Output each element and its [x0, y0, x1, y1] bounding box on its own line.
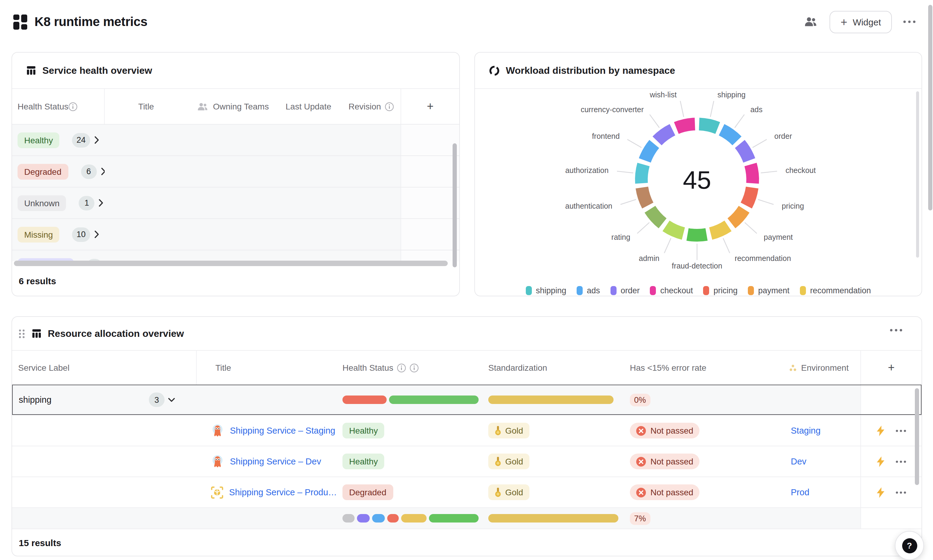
donut-label-ads: ads	[750, 105, 762, 114]
donut-segment-currency-converter[interactable]	[657, 130, 673, 141]
service-health-panel: Service health overview Health StatusTit…	[11, 52, 460, 296]
donut-segment-pricing[interactable]	[746, 188, 752, 206]
health-table-header: Health StatusTitleOwning TeamsLast Updat…	[12, 89, 459, 124]
service-title-link[interactable]: Shipping Service – Dev	[230, 457, 321, 466]
health-group-row-suspended[interactable]: Suspended1	[12, 250, 459, 261]
donut-segment-wish-list[interactable]	[676, 124, 695, 128]
label-leader-line	[753, 139, 767, 148]
info-icon[interactable]	[68, 102, 77, 111]
label-leader-line	[617, 171, 633, 173]
status-badge: Healthy	[17, 132, 60, 148]
donut-label-shipping: shipping	[717, 91, 745, 99]
legend-item-recommendation[interactable]: recommendation	[800, 286, 871, 295]
lightning-icon[interactable]	[876, 456, 885, 467]
health-group-row-missing[interactable]: Missing10	[12, 218, 459, 250]
legend-item-payment[interactable]: payment	[748, 286, 790, 295]
squid-emoji-icon	[211, 424, 225, 437]
count-badge: 1	[79, 195, 95, 210]
label-leader-line	[761, 171, 777, 173]
share-people-button[interactable]	[801, 11, 821, 32]
results-count: 15 results	[19, 538, 61, 548]
top-bar: K8 runtime metrics + Widget	[0, 0, 933, 43]
service-row-dev[interactable]: Shipping Service – DevHealthyGoldNot pas…	[12, 446, 922, 477]
lightning-icon[interactable]	[876, 425, 885, 436]
donut-segment-order[interactable]	[740, 144, 749, 160]
donut-label-recommendation: recommendation	[734, 254, 791, 263]
info-icon[interactable]	[410, 363, 419, 372]
panel-scrollbar[interactable]	[916, 91, 919, 258]
environment-link[interactable]: Staging	[791, 426, 821, 435]
donut-segment-frontend[interactable]	[645, 144, 654, 160]
page-scrollbar[interactable]	[928, 5, 932, 211]
tier-badge: Gold	[488, 423, 529, 438]
drag-handle-icon[interactable]	[18, 328, 25, 339]
column-header-title[interactable]: Title	[105, 89, 188, 124]
row-more-icon[interactable]	[896, 429, 906, 432]
label-leader-line	[620, 200, 636, 205]
info-icon[interactable]	[385, 102, 394, 111]
health-group-row-unknown[interactable]: Unknown1	[12, 187, 459, 218]
page-title: K8 runtime metrics	[34, 14, 147, 29]
environment-link[interactable]: Prod	[791, 488, 809, 497]
donut-segment-admin[interactable]	[666, 226, 684, 234]
legend-item-checkout[interactable]: checkout	[650, 286, 693, 295]
donut-segment-authorization[interactable]	[641, 165, 644, 183]
column-header-revision[interactable]: Revision	[346, 89, 400, 124]
service-title-link[interactable]: Shipping Service – Staging	[230, 426, 335, 435]
donut-segment-payment[interactable]	[731, 209, 744, 223]
column-header-health-status[interactable]: Health Status	[12, 89, 105, 124]
panel-more-button[interactable]	[890, 329, 902, 331]
column-header--[interactable]: +	[861, 351, 922, 385]
vertical-scrollbar[interactable]	[915, 388, 919, 485]
page-more-button[interactable]	[899, 11, 920, 32]
column-header-has-15-error-rate[interactable]: Has <15% error rate	[626, 351, 784, 385]
legend-item-ads[interactable]: ads	[577, 286, 600, 295]
row-more-icon[interactable]	[896, 460, 906, 463]
donut-segment-checkout[interactable]	[751, 165, 753, 183]
donut-segment-authentication[interactable]	[642, 188, 648, 206]
help-button[interactable]: ?	[895, 531, 924, 560]
legend-item-order[interactable]: order	[610, 286, 639, 295]
chevron-right-icon[interactable]	[99, 199, 104, 207]
column-header-health-status[interactable]: Health Status	[339, 351, 484, 385]
lightning-icon[interactable]	[876, 486, 885, 498]
donut-segment-rating[interactable]	[650, 209, 662, 223]
column-header--[interactable]: +	[400, 89, 459, 124]
vertical-scrollbar[interactable]	[453, 143, 457, 267]
chevron-right-icon[interactable]	[94, 231, 99, 238]
chevron-down-icon[interactable]	[168, 398, 175, 402]
chevron-right-icon[interactable]	[94, 136, 99, 144]
donut-segment-ads[interactable]	[722, 130, 737, 141]
health-table-body: Healthy24Degraded6Unknown1Missing10Suspe…	[12, 124, 459, 261]
group-row-shipping[interactable]: shipping 3 0%	[12, 385, 922, 415]
service-row-staging[interactable]: Shipping Service – StagingHealthyGoldNot…	[12, 415, 922, 446]
donut-segment-recommendation[interactable]	[711, 226, 728, 234]
distribution-bar	[372, 514, 385, 523]
health-group-row-degraded[interactable]: Degraded6	[12, 155, 459, 187]
column-header-last-update[interactable]: Last Update	[286, 89, 346, 124]
legend-item-shipping[interactable]: shipping	[525, 286, 567, 295]
environment-link[interactable]: Dev	[791, 457, 807, 466]
donut-segment-shipping[interactable]	[699, 124, 717, 128]
label-leader-line	[637, 223, 649, 234]
health-group-row-healthy[interactable]: Healthy24	[12, 124, 459, 155]
add-widget-button[interactable]: + Widget	[830, 11, 892, 33]
column-header-title[interactable]: Title	[197, 351, 339, 385]
group-row-partial[interactable]: 7%	[12, 508, 922, 529]
column-header-environment[interactable]: Environment	[784, 351, 861, 385]
service-row-prod[interactable]: Shipping Service – Producti…DegradedGold…	[12, 477, 922, 508]
row-more-icon[interactable]	[896, 491, 906, 494]
horizontal-scrollbar[interactable]	[14, 261, 460, 266]
x-circle-icon	[636, 425, 646, 436]
donut-label-order: order	[774, 132, 792, 140]
column-header-service-label[interactable]: Service Label	[12, 351, 197, 385]
info-icon[interactable]	[397, 363, 406, 372]
service-title-link[interactable]: Shipping Service – Producti…	[229, 488, 339, 497]
resource-allocation-panel: Resource allocation overview Service Lab…	[11, 316, 922, 556]
column-header-standardization[interactable]: Standardization	[484, 351, 626, 385]
label-leader-line	[745, 223, 757, 234]
legend-item-pricing[interactable]: pricing	[704, 286, 738, 295]
column-header-owning-teams[interactable]: Owning Teams	[188, 89, 286, 124]
label-leader-line	[723, 238, 730, 253]
donut-segment-fraud-detection[interactable]	[688, 234, 707, 235]
